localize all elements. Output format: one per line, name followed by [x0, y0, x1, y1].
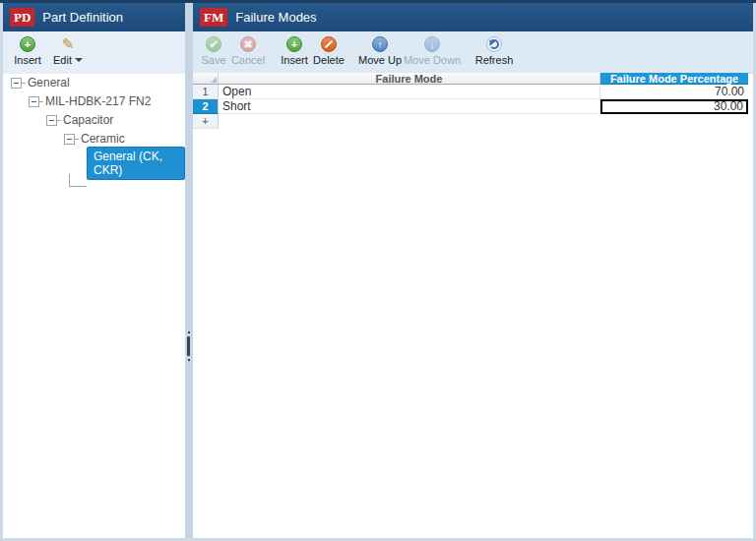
cancel-button[interactable]: ✖ Cancel — [228, 36, 268, 66]
part-definition-header: PD Part Definition — [3, 3, 185, 31]
column-header-failure-mode[interactable]: Failure Mode — [219, 73, 600, 85]
save-button[interactable]: ✔ Save — [199, 36, 228, 66]
chevron-down-icon — [75, 58, 83, 62]
insert-plus-icon: + — [286, 36, 302, 52]
tree-tail-line — [57, 120, 61, 121]
failure-mode-cell[interactable]: Short — [219, 99, 600, 114]
table-row-selected[interactable]: 2 Short 30.00 — [193, 99, 748, 114]
splitter-dot — [188, 359, 190, 361]
delete-button[interactable]: Delete — [311, 36, 346, 66]
delete-label: Delete — [313, 54, 345, 66]
failure-modes-badge: FM — [200, 8, 227, 27]
move-up-button[interactable]: ↑ Move Up — [355, 36, 405, 66]
tree-item-label: General — [28, 76, 70, 90]
splitter-drag-handle[interactable] — [187, 336, 190, 356]
failure-mode-cell[interactable]: Open — [219, 85, 600, 99]
empty-cell — [219, 114, 600, 129]
save-label: Save — [201, 54, 225, 66]
part-definition-panel: + Insert ✎ Edit General MIL-HDBK-217 FN2… — [3, 31, 185, 538]
row-number-cell[interactable]: 1 — [193, 85, 219, 99]
cancel-label: Cancel — [231, 54, 265, 66]
tree-edit-button[interactable]: ✎ Edit — [48, 36, 88, 66]
move-up-label: Move Up — [358, 54, 402, 66]
tree-edit-label: Edit — [53, 54, 72, 66]
tree-item-capacitor[interactable]: Capacitor — [46, 113, 113, 127]
tree-item-label: MIL-HDBK-217 FN2 — [45, 94, 151, 108]
refresh-button[interactable]: Refresh — [472, 36, 516, 66]
collapse-icon[interactable] — [46, 115, 57, 126]
failure-modes-toolbar: ✔ Save ✖ Cancel + Insert Delete ↑ Move U… — [193, 31, 753, 74]
failure-modes-title: Failure Modes — [235, 10, 316, 25]
arrow-up-icon: ↑ — [372, 36, 388, 52]
tree-item-ceramic[interactable]: Ceramic — [64, 132, 125, 146]
move-down-button[interactable]: ↓ Move Down — [402, 36, 463, 66]
splitter-dot — [188, 331, 190, 333]
part-definition-badge: PD — [10, 8, 34, 27]
part-definition-title: Part Definition — [42, 10, 123, 25]
arrow-down-icon: ↓ — [424, 36, 440, 52]
insert-button[interactable]: + Insert — [278, 36, 311, 66]
tree-tail-line — [39, 101, 43, 102]
insert-plus-icon: + — [20, 36, 35, 52]
tree-insert-label: Insert — [14, 54, 41, 66]
table-header-row: Failure Mode Failure Mode Percentage — [193, 73, 748, 85]
column-header-failure-mode-percentage[interactable]: Failure Mode Percentage — [600, 73, 748, 85]
move-down-label: Move Down — [404, 54, 461, 66]
delete-slash-icon — [321, 36, 337, 52]
refresh-label: Refresh — [475, 54, 514, 66]
cancel-x-icon: ✖ — [240, 36, 256, 52]
table-new-row[interactable]: + — [193, 114, 748, 129]
failure-modes-table: Failure Mode Failure Mode Percentage 1 O… — [193, 73, 748, 129]
corner-triangle-icon — [211, 77, 217, 83]
percentage-cell[interactable]: 70.00 — [600, 85, 748, 99]
selected-tree-item[interactable]: General (CK, CKR) — [87, 147, 185, 180]
percentage-cell-focused[interactable]: 30.00 — [600, 99, 748, 114]
pencil-icon: ✎ — [62, 36, 75, 52]
save-check-icon: ✔ — [206, 36, 221, 52]
tree-insert-button[interactable]: + Insert — [11, 36, 44, 66]
tree-connector-line — [69, 174, 87, 187]
failure-modes-header: FM Failure Modes — [193, 3, 753, 31]
empty-cell — [600, 114, 748, 129]
collapse-icon[interactable] — [64, 134, 75, 145]
tree-item-mil-hdbk-217[interactable]: MIL-HDBK-217 FN2 — [29, 94, 151, 108]
tree-item-label: Ceramic — [81, 132, 125, 146]
table-corner-cell[interactable] — [193, 73, 219, 85]
tree-item-general[interactable]: General — [11, 76, 70, 90]
row-number-cell-selected[interactable]: 2 — [193, 99, 219, 114]
tree-item-label: Capacitor — [63, 113, 113, 127]
collapse-icon[interactable] — [29, 96, 39, 107]
tree-item-general-ck-ckr[interactable]: General (CK, CKR) — [87, 147, 185, 180]
panel-splitter[interactable] — [185, 3, 193, 538]
part-definition-toolbar: + Insert ✎ Edit — [3, 31, 185, 74]
tree-tail-line — [22, 83, 26, 84]
collapse-icon[interactable] — [11, 78, 22, 89]
tree-tail-line — [75, 139, 79, 140]
table-row[interactable]: 1 Open 70.00 — [193, 85, 748, 99]
add-row-cell[interactable]: + — [193, 114, 219, 129]
insert-label: Insert — [281, 54, 308, 66]
refresh-icon — [486, 36, 502, 52]
failure-modes-panel: ✔ Save ✖ Cancel + Insert Delete ↑ Move U… — [193, 31, 753, 538]
